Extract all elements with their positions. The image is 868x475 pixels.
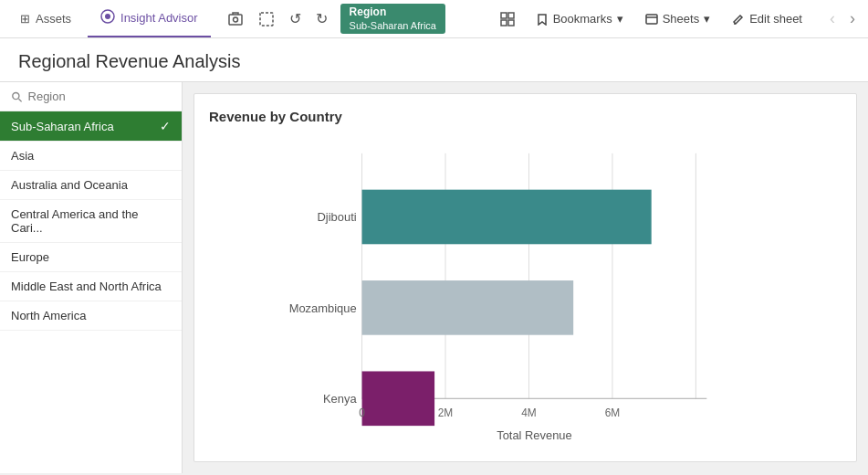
sidebar-list: Sub-Saharan Africa✓AsiaAustralia and Oce… (0, 111, 182, 331)
svg-rect-9 (646, 15, 657, 24)
sidebar-item-label: Asia (11, 149, 34, 163)
sidebar-item-label: Sub-Saharan Africa (11, 120, 114, 133)
undo-btn[interactable]: ↺ (284, 6, 307, 31)
svg-rect-6 (508, 13, 514, 18)
sheets-label: Sheets (663, 12, 699, 26)
sheets-btn[interactable]: Sheets ▾ (638, 8, 717, 29)
sidebar-search (0, 82, 182, 111)
nav-next-btn[interactable]: › (844, 7, 861, 30)
bookmarks-label: Bookmarks (553, 12, 612, 26)
bar-mozambique[interactable] (362, 280, 574, 335)
x-tick-2m: 2M (438, 406, 454, 419)
svg-point-12 (13, 92, 19, 99)
checkmark-icon: ✓ (160, 119, 171, 133)
region-search-input[interactable] (28, 90, 171, 103)
assets-icon: ⊞ (20, 12, 30, 26)
label-djibouti: Djibouti (318, 210, 357, 224)
sidebar-item-central-america[interactable]: Central America and the Cari... (0, 200, 182, 243)
search-icon (11, 90, 23, 103)
svg-rect-4 (260, 13, 273, 26)
svg-point-3 (233, 17, 237, 22)
chart-area: Revenue by Country Djibouti M (183, 82, 868, 473)
svg-point-1 (105, 14, 110, 19)
main-content: Sub-Saharan Africa✓AsiaAustralia and Oce… (0, 82, 868, 473)
sidebar-item-label: Europe (11, 250, 49, 264)
svg-rect-5 (501, 13, 507, 18)
top-bar-right: Bookmarks ▾ Sheets ▾ Edit sheet ‹ › (494, 7, 861, 31)
chart-container: Revenue by Country Djibouti M (193, 93, 857, 462)
sidebar-item-asia[interactable]: Asia (0, 142, 182, 171)
svg-line-13 (18, 99, 21, 101)
chart-title: Revenue by Country (209, 109, 842, 124)
toolbar-icons: ↺ ↻ (222, 6, 333, 31)
sidebar-item-australia-oceania[interactable]: Australia and Oceania (0, 171, 182, 200)
sidebar-item-europe[interactable]: Europe (0, 243, 182, 272)
chart-body: Djibouti Mozambique Kenya 0 2M 4M 6M Tot… (209, 135, 842, 444)
selection-pill[interactable]: Region Sub-Saharan Africa (340, 4, 445, 35)
x-tick-4m: 4M (521, 406, 537, 419)
label-mozambique: Mozambique (289, 301, 357, 315)
svg-rect-8 (508, 20, 514, 26)
nav-prev-btn[interactable]: ‹ (824, 7, 841, 30)
page-title-bar: Regional Revenue Analysis (0, 38, 868, 82)
selection-value: Sub-Saharan Africa (350, 19, 436, 32)
assets-label: Assets (36, 12, 71, 26)
sidebar-item-sub-saharan-africa[interactable]: Sub-Saharan Africa✓ (0, 111, 182, 142)
edit-sheet-btn[interactable]: Edit sheet (725, 8, 810, 29)
sidebar-item-label: Australia and Oceania (11, 178, 128, 192)
x-tick-6m: 6M (605, 406, 621, 419)
edit-sheet-label: Edit sheet (749, 12, 802, 26)
sidebar-item-label: Middle East and North Africa (11, 280, 162, 293)
redo-btn[interactable]: ↻ (310, 6, 333, 31)
svg-rect-7 (501, 20, 507, 26)
sidebar-item-middle-east[interactable]: Middle East and North Africa (0, 272, 182, 301)
x-axis-label: Total Revenue (497, 428, 572, 442)
sidebar-item-north-america[interactable]: North America (0, 301, 182, 331)
bar-chart-svg: Djibouti Mozambique Kenya 0 2M 4M 6M Tot… (209, 135, 842, 444)
top-bar: ⊞ Assets Insight Advisor ↺ ↻ (0, 0, 868, 38)
insight-advisor-icon (100, 9, 115, 26)
sidebar-item-label: Central America and the Cari... (11, 207, 138, 235)
bar-kenya[interactable] (362, 371, 435, 426)
screenshot-btn[interactable] (222, 7, 249, 31)
sheets-chevron: ▾ (704, 12, 710, 26)
grid-view-btn[interactable] (494, 7, 521, 31)
label-kenya: Kenya (323, 392, 357, 406)
sidebar: Sub-Saharan Africa✓AsiaAustralia and Oce… (0, 82, 183, 473)
insight-advisor-label: Insight Advisor (120, 11, 198, 25)
nav-arrows: ‹ › (824, 7, 861, 30)
lasso-btn[interactable] (253, 7, 280, 31)
bookmarks-btn[interactable]: Bookmarks ▾ (528, 8, 631, 29)
svg-rect-2 (229, 15, 242, 25)
bookmarks-chevron: ▾ (617, 12, 623, 26)
page-title: Regional Revenue Analysis (18, 51, 850, 72)
bar-djibouti[interactable] (362, 190, 652, 245)
x-tick-0: 0 (359, 406, 365, 419)
insight-advisor-tab[interactable]: Insight Advisor (88, 0, 211, 37)
assets-tab[interactable]: ⊞ Assets (7, 0, 84, 37)
sidebar-item-label: North America (11, 309, 86, 322)
selection-label: Region (350, 5, 436, 20)
